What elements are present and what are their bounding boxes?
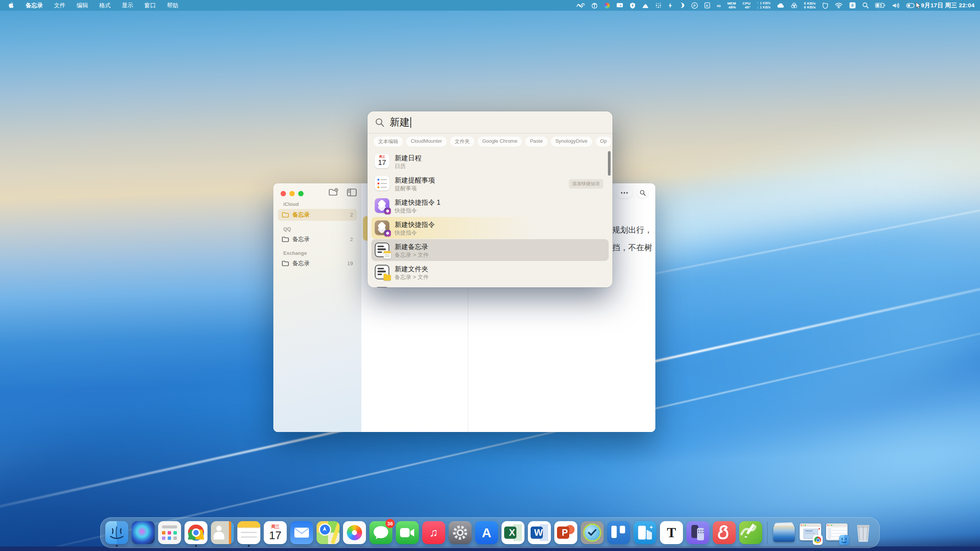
- menu-help[interactable]: 帮助: [167, 2, 178, 9]
- adguard-shield-icon[interactable]: [822, 2, 828, 9]
- dock-music[interactable]: ♫: [422, 521, 445, 544]
- dock-facetime[interactable]: [396, 521, 419, 544]
- spotlight-search-icon[interactable]: [862, 2, 869, 9]
- mem-indicator[interactable]: MEM48%: [727, 2, 736, 10]
- dock-launchpad[interactable]: [158, 521, 181, 544]
- user-switch-icon[interactable]: [906, 2, 915, 9]
- dock-finder-window-minimized[interactable]: [825, 521, 848, 544]
- dock-remote-control[interactable]: [686, 521, 709, 544]
- dock-finder[interactable]: [105, 521, 128, 544]
- colorful-globe-icon[interactable]: [604, 2, 610, 9]
- dock-messages[interactable]: 36: [369, 521, 392, 544]
- dock-chrome-window-minimized[interactable]: [799, 521, 822, 544]
- dock-maps[interactable]: [317, 521, 340, 544]
- activity-squiggle-icon[interactable]: [577, 2, 585, 9]
- menu-bar-clock[interactable]: 9月17日 周三 22:04: [921, 2, 975, 10]
- svg-text:P: P: [694, 4, 696, 8]
- menu-app-name[interactable]: 备忘录: [26, 2, 43, 9]
- dock-excel[interactable]: X: [501, 521, 524, 544]
- result-row-new-folder[interactable]: 新建文件夹 备忘录 > 文件: [371, 261, 609, 283]
- dock-word[interactable]: W: [528, 521, 551, 544]
- cloud-icon[interactable]: [777, 2, 784, 9]
- result-title: 新建快捷指令: [395, 220, 435, 229]
- menu-edit[interactable]: 编辑: [77, 2, 88, 9]
- search-icon[interactable]: [637, 187, 648, 198]
- input-source-hash-icon[interactable]: #: [849, 2, 856, 9]
- paste-p-icon[interactable]: P: [691, 2, 698, 9]
- dock-system-settings[interactable]: [449, 521, 472, 544]
- dock-trello[interactable]: [607, 521, 630, 544]
- sidebar-toggle-icon[interactable]: [347, 188, 357, 197]
- shortcut-badge-icon: [384, 208, 391, 214]
- dock-app-store[interactable]: A: [475, 521, 498, 544]
- chip-textedit[interactable]: 文本编辑: [374, 137, 403, 147]
- shield-keyhole-icon[interactable]: [630, 2, 635, 9]
- anchor-circle-icon[interactable]: [591, 2, 598, 9]
- infinity-icon[interactable]: ∞: [717, 2, 721, 9]
- dock-trash[interactable]: [852, 521, 875, 544]
- close-button[interactable]: [281, 191, 286, 196]
- dock-contacts[interactable]: [211, 521, 234, 544]
- menu-command-icon: [375, 287, 389, 287]
- battery-charging-icon[interactable]: [875, 2, 886, 9]
- dots-grid-icon[interactable]: [655, 2, 662, 9]
- dock-chrome[interactable]: [185, 521, 207, 544]
- sidebar-folder-row-exchange[interactable]: 备忘录 19: [278, 258, 357, 269]
- chip-google-chrome[interactable]: Google Chrome: [478, 137, 522, 147]
- dock-photo-editor[interactable]: ✦: [634, 521, 657, 544]
- dock-mail[interactable]: [290, 521, 313, 544]
- zoom-button[interactable]: [298, 191, 304, 196]
- chip-cloudmounter[interactable]: CloudMounter: [406, 137, 447, 147]
- mountain-icon[interactable]: [642, 2, 649, 9]
- result-subtitle: 备忘录 > 文件: [395, 251, 429, 259]
- menu-format[interactable]: 格式: [99, 2, 111, 9]
- scrollbar-thumb[interactable]: [608, 151, 611, 176]
- chip-op-partial[interactable]: Op: [596, 137, 611, 147]
- result-subtitle: 快捷指令: [395, 229, 417, 236]
- minimize-button[interactable]: [289, 191, 295, 196]
- volume-icon[interactable]: [892, 2, 900, 9]
- result-row-new-note-selected[interactable]: 新建备忘录 备忘录 > 文件: [371, 239, 609, 261]
- crescent-icon[interactable]: [679, 2, 685, 9]
- knot-icon[interactable]: [791, 2, 797, 9]
- new-folder-icon[interactable]: [328, 188, 338, 197]
- result-row-new-reminder[interactable]: 新建提醒事项 提醒事项 添加快捷短语: [371, 173, 609, 194]
- cpu-indicator[interactable]: CPU45°: [743, 2, 751, 10]
- spotlight-search-field[interactable]: 新建: [368, 111, 612, 134]
- chip-folder[interactable]: 文件夹: [450, 137, 474, 147]
- result-row-new-shortcut-1[interactable]: 新建快捷指令 1 快捷指令: [371, 195, 609, 217]
- menu-window[interactable]: 窗口: [144, 2, 156, 9]
- sidebar-folder-row-icloud[interactable]: 备忘录 2: [278, 209, 357, 221]
- dock-omnifocus[interactable]: [581, 521, 604, 544]
- result-row-new-smart-folder[interactable]: 新建智能文件夹: [371, 284, 609, 287]
- menu-file[interactable]: 文件: [54, 2, 65, 9]
- wifi-icon[interactable]: [835, 2, 843, 9]
- menu-view[interactable]: 显示: [122, 2, 133, 9]
- dock-calendar[interactable]: 周三 17: [264, 521, 287, 544]
- network-speed-primary[interactable]: ↑↓ 1 KB/s1 KB/s: [757, 2, 771, 9]
- notes-icon: [237, 521, 260, 544]
- keka-k-icon[interactable]: K: [704, 2, 710, 9]
- result-row-new-shortcut[interactable]: 新建快捷指令 快捷指令: [371, 217, 609, 239]
- dock-siri[interactable]: [132, 521, 155, 544]
- quick-phrase-badge: 添加快捷短语: [569, 179, 603, 189]
- dock-green-notes-app[interactable]: [739, 521, 762, 544]
- dock-red-swirl-app[interactable]: [713, 521, 736, 544]
- result-row-new-event[interactable]: 周三 17 新建日程 日历: [371, 150, 609, 172]
- chip-paste[interactable]: Paste: [525, 137, 547, 147]
- chip-synologydrive[interactable]: SynologyDrive: [551, 137, 592, 147]
- dock-notes[interactable]: [237, 521, 260, 544]
- dock-powerpoint[interactable]: P: [554, 521, 577, 544]
- dock-desktop-stack[interactable]: [773, 521, 795, 544]
- sidebar-folder-row-qq[interactable]: 备忘录 2: [278, 233, 357, 245]
- apple-menu-icon[interactable]: [8, 2, 15, 9]
- folder-icon: [282, 212, 289, 218]
- lightning-icon[interactable]: [668, 2, 673, 9]
- display-icon[interactable]: [616, 2, 623, 9]
- calendar-icon: 周三 17: [264, 521, 287, 544]
- more-ellipsis-icon[interactable]: [616, 187, 632, 198]
- chrome-icon: [185, 521, 207, 544]
- network-speed-secondary[interactable]: 0 KB/s0 KB/s: [804, 2, 816, 10]
- dock-typora[interactable]: T: [660, 521, 683, 544]
- dock-photos[interactable]: [343, 521, 366, 544]
